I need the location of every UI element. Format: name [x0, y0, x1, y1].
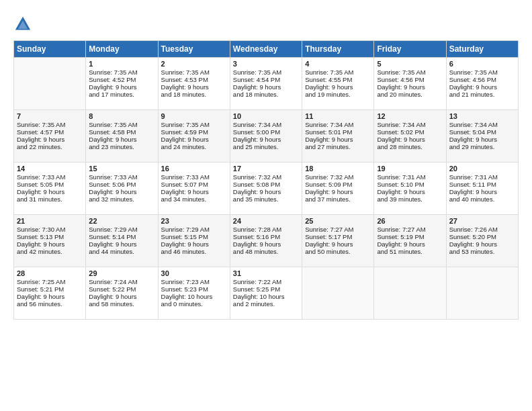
calendar-cell: 4Sunrise: 7:35 AMSunset: 4:55 PMDaylight…	[302, 58, 374, 110]
day-number: 17	[233, 165, 299, 173]
day-number: 26	[377, 217, 443, 225]
day-info-line: and 17 minutes.	[89, 91, 154, 98]
header	[13, 12, 519, 34]
day-info-line: Daylight: 9 hours	[17, 188, 83, 195]
day-info-line: Daylight: 9 hours	[305, 83, 371, 91]
calendar-cell: 10Sunrise: 7:34 AMSunset: 5:00 PMDayligh…	[230, 110, 302, 163]
day-info-line: and 37 minutes.	[305, 195, 371, 203]
day-info-line: and 21 minutes.	[449, 91, 515, 98]
day-number: 27	[449, 217, 515, 225]
calendar-cell: 19Sunrise: 7:31 AMSunset: 5:10 PMDayligh…	[374, 163, 446, 215]
day-info-line: and 25 minutes.	[233, 143, 299, 150]
day-info-line: and 20 minutes.	[377, 91, 443, 98]
calendar-cell: 11Sunrise: 7:34 AMSunset: 5:01 PMDayligh…	[302, 110, 374, 163]
day-info-line: Daylight: 9 hours	[377, 136, 443, 143]
week-row-1: 1Sunrise: 7:35 AMSunset: 4:52 PMDaylight…	[14, 58, 519, 110]
day-info-line: Sunset: 4:59 PM	[161, 128, 227, 136]
day-info-line: Daylight: 10 hours	[161, 293, 227, 300]
day-info-line: Sunset: 5:21 PM	[17, 285, 83, 293]
day-info-line: and 46 minutes.	[161, 248, 227, 255]
day-info-line: Sunrise: 7:31 AM	[449, 173, 515, 181]
calendar-cell: 31Sunrise: 7:22 AMSunset: 5:25 PMDayligh…	[230, 267, 302, 320]
day-info-line: Sunrise: 7:35 AM	[17, 121, 83, 128]
calendar-cell: 3Sunrise: 7:35 AMSunset: 4:54 PMDaylight…	[230, 58, 302, 110]
calendar-cell	[446, 267, 518, 320]
day-info-line: Daylight: 9 hours	[89, 293, 154, 300]
day-info-line: Sunset: 4:55 PM	[305, 76, 371, 83]
day-number: 1	[89, 60, 154, 68]
day-number: 6	[449, 60, 515, 68]
day-number: 31	[233, 269, 299, 277]
calendar-cell: 24Sunrise: 7:28 AMSunset: 5:16 PMDayligh…	[230, 215, 302, 267]
day-info-line: Sunrise: 7:35 AM	[161, 68, 227, 76]
calendar-cell: 2Sunrise: 7:35 AMSunset: 4:53 PMDaylight…	[158, 58, 230, 110]
day-info-line: Sunset: 5:22 PM	[89, 285, 154, 293]
day-info-line: Sunset: 5:15 PM	[161, 233, 227, 240]
day-number: 11	[305, 112, 371, 120]
col-header-wednesday: Wednesday	[230, 41, 302, 58]
day-info-line: and 32 minutes.	[89, 195, 154, 203]
day-info-line: Sunrise: 7:33 AM	[89, 173, 154, 181]
day-info-line: Sunrise: 7:29 AM	[161, 226, 227, 233]
calendar-table: SundayMondayTuesdayWednesdayThursdayFrid…	[13, 40, 519, 320]
day-info-line: and 2 minutes.	[233, 300, 299, 308]
day-info-line: Daylight: 9 hours	[89, 188, 154, 195]
day-info-line: and 50 minutes.	[305, 248, 371, 255]
day-info-line: Sunrise: 7:32 AM	[233, 173, 299, 181]
day-info-line: Sunrise: 7:33 AM	[17, 173, 83, 181]
calendar-cell: 12Sunrise: 7:34 AMSunset: 5:02 PMDayligh…	[374, 110, 446, 163]
day-info-line: Sunrise: 7:30 AM	[17, 226, 83, 233]
day-number: 12	[377, 112, 443, 120]
logo	[13, 15, 35, 34]
col-header-tuesday: Tuesday	[158, 41, 230, 58]
calendar-cell: 25Sunrise: 7:27 AMSunset: 5:17 PMDayligh…	[302, 215, 374, 267]
day-info-line: and 42 minutes.	[17, 248, 83, 255]
day-number: 8	[89, 112, 154, 120]
day-info-line: Daylight: 9 hours	[89, 136, 154, 143]
day-info-line: Sunset: 4:57 PM	[17, 128, 83, 136]
day-info-line: Sunset: 5:14 PM	[89, 233, 154, 240]
calendar-cell: 26Sunrise: 7:27 AMSunset: 5:19 PMDayligh…	[374, 215, 446, 267]
day-info-line: Daylight: 9 hours	[377, 240, 443, 248]
day-info-line: Sunset: 5:09 PM	[305, 181, 371, 188]
day-info-line: Sunset: 5:19 PM	[377, 233, 443, 240]
day-info-line: Sunrise: 7:24 AM	[89, 278, 154, 285]
calendar-cell: 6Sunrise: 7:35 AMSunset: 4:56 PMDaylight…	[446, 58, 518, 110]
day-number: 5	[377, 60, 443, 68]
day-info-line: Daylight: 9 hours	[161, 188, 227, 195]
calendar-cell: 8Sunrise: 7:35 AMSunset: 4:58 PMDaylight…	[86, 110, 158, 163]
calendar-cell: 23Sunrise: 7:29 AMSunset: 5:15 PMDayligh…	[158, 215, 230, 267]
day-info-line: Sunrise: 7:27 AM	[377, 226, 443, 233]
day-info-line: Daylight: 9 hours	[161, 240, 227, 248]
day-info-line: and 24 minutes.	[161, 143, 227, 150]
header-row: SundayMondayTuesdayWednesdayThursdayFrid…	[14, 41, 519, 58]
day-info-line: and 44 minutes.	[89, 248, 154, 255]
day-info-line: Sunrise: 7:25 AM	[17, 278, 83, 285]
calendar-cell: 27Sunrise: 7:26 AMSunset: 5:20 PMDayligh…	[446, 215, 518, 267]
day-number: 19	[377, 165, 443, 173]
day-info-line: Sunrise: 7:23 AM	[161, 278, 227, 285]
day-info-line: Sunset: 4:53 PM	[161, 76, 227, 83]
day-info-line: and 28 minutes.	[377, 143, 443, 150]
calendar-cell: 1Sunrise: 7:35 AMSunset: 4:52 PMDaylight…	[86, 58, 158, 110]
day-info-line: Sunrise: 7:35 AM	[449, 68, 515, 76]
day-info-line: and 22 minutes.	[17, 143, 83, 150]
day-info-line: and 58 minutes.	[89, 300, 154, 308]
calendar-cell: 21Sunrise: 7:30 AMSunset: 5:13 PMDayligh…	[14, 215, 86, 267]
day-number: 15	[89, 165, 154, 173]
day-info-line: Sunset: 5:06 PM	[89, 181, 154, 188]
day-number: 22	[89, 217, 154, 225]
day-info-line: Sunrise: 7:29 AM	[89, 226, 154, 233]
day-info-line: Sunrise: 7:32 AM	[305, 173, 371, 181]
day-info-line: Sunset: 5:02 PM	[377, 128, 443, 136]
day-number: 9	[161, 112, 227, 120]
day-info-line: Sunrise: 7:31 AM	[377, 173, 443, 181]
day-number: 23	[161, 217, 227, 225]
calendar-cell	[374, 267, 446, 320]
day-number: 25	[305, 217, 371, 225]
day-info-line: and 18 minutes.	[161, 91, 227, 98]
day-info-line: Sunrise: 7:35 AM	[89, 68, 154, 76]
day-info-line: and 40 minutes.	[449, 195, 515, 203]
calendar-cell	[14, 58, 86, 110]
day-info-line: Sunset: 5:25 PM	[233, 285, 299, 293]
